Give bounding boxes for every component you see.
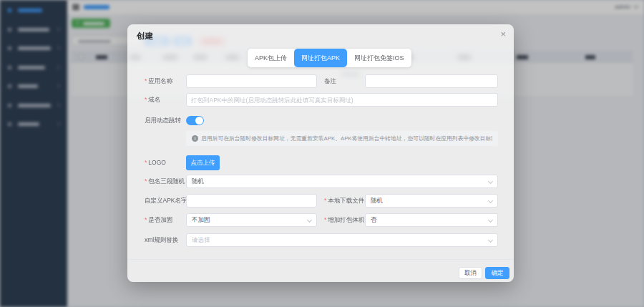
user-menu[interactable]: admin	[615, 4, 637, 10]
chevron-down-icon	[488, 238, 493, 243]
blurred-placeholder	[78, 40, 111, 43]
plus-icon: +	[76, 19, 79, 26]
sidebar-item[interactable]	[0, 118, 67, 130]
toggle-knob	[195, 117, 203, 125]
select-all-checkbox[interactable]	[79, 54, 84, 59]
sidebar-item[interactable]	[0, 80, 67, 92]
blurred-label	[18, 47, 51, 50]
user-menu-label: admin	[615, 4, 630, 10]
redirect-info-text: 启用后可在后台随时修改目标网址，无需重新安装APK、APK将使用后台中转地址，您…	[201, 135, 492, 142]
domain-input[interactable]	[186, 93, 498, 107]
sidebar-item[interactable]	[0, 42, 67, 54]
hardening-select[interactable]: 不加固	[186, 213, 317, 227]
package-type-tabs: APK包上传 网址打包APK 网址打包免签IOS	[248, 49, 411, 67]
custom-apk-name-label: 自定义APK名字	[145, 194, 187, 208]
menu-icon	[8, 84, 11, 88]
remark-input[interactable]	[365, 74, 498, 88]
create-button-background[interactable]: +	[72, 19, 110, 28]
menu-icon	[8, 104, 11, 107]
required-asterisk: *	[145, 96, 147, 103]
chevron-down-icon	[307, 218, 312, 223]
xml-rule-label: xml规则替换	[145, 233, 178, 247]
top-navbar: admin	[67, 0, 644, 14]
logo-label: *LOGO	[145, 156, 166, 170]
confirm-button[interactable]: 确定	[485, 267, 509, 279]
cancel-button[interactable]: 取消	[459, 267, 482, 279]
sidebar-item[interactable]	[0, 99, 67, 111]
app-name-input[interactable]	[186, 74, 317, 88]
chevron-right-icon	[56, 46, 60, 50]
chevron-down-icon	[488, 179, 493, 184]
blurred-label	[18, 66, 45, 69]
close-icon[interactable]: ×	[500, 29, 506, 39]
menu-icon	[8, 9, 11, 12]
required-asterisk: *	[145, 77, 147, 84]
footer-divider	[127, 259, 514, 260]
blurred-column-header	[517, 55, 528, 59]
menu-icon	[8, 66, 11, 69]
blurred-label	[18, 28, 49, 31]
custom-apk-name-input[interactable]	[186, 194, 317, 208]
tab-apk-upload[interactable]: APK包上传	[248, 49, 294, 67]
package-random-label: *包名三段随机	[145, 175, 185, 188]
blurred-column-header	[585, 55, 595, 59]
package-random-select[interactable]: 随机	[186, 175, 498, 188]
menu-icon	[8, 28, 11, 31]
breadcrumb-blurred	[84, 5, 109, 9]
dialog-title: 创建	[137, 31, 153, 42]
info-circle-icon: i	[192, 135, 198, 142]
tab-url-package-ios[interactable]: 网址打包免签IOS	[347, 49, 411, 67]
required-asterisk: *	[145, 216, 147, 223]
increase-size-select[interactable]: 否	[365, 213, 498, 227]
blurred-label	[18, 9, 42, 12]
increase-size-label: *增加打包体积	[324, 213, 364, 227]
required-asterisk: *	[324, 216, 326, 223]
sidebar-item[interactable]	[0, 24, 67, 35]
local-filename-select[interactable]: 随机	[365, 194, 498, 208]
chevron-down-icon	[633, 4, 638, 9]
hardening-label: *是否加固	[145, 213, 172, 227]
sidebar	[0, 0, 67, 307]
sidebar-item-active[interactable]	[0, 4, 67, 16]
chevron-right-icon	[56, 103, 60, 107]
blurred-label	[83, 22, 104, 25]
chevron-down-icon	[488, 198, 493, 203]
blurred-label	[18, 104, 51, 107]
required-asterisk: *	[145, 159, 147, 166]
required-asterisk: *	[145, 177, 147, 185]
logo-upload-button[interactable]: 点击上传	[186, 155, 220, 170]
menu-icon	[8, 47, 11, 50]
menu-icon	[8, 122, 11, 126]
hamburger-menu-icon[interactable]	[72, 4, 79, 10]
local-filename-label: *本地下载文件名	[324, 194, 371, 208]
chevron-right-icon	[56, 27, 60, 31]
chevron-right-icon	[56, 65, 60, 69]
blurred-label	[18, 84, 38, 88]
required-asterisk: *	[324, 197, 326, 204]
app-name-label: *应用名称	[145, 74, 172, 88]
blurred-column-header	[96, 55, 107, 59]
dynamic-redirect-toggle[interactable]	[186, 116, 204, 125]
redirect-info-tip: i 启用后可在后台随时修改目标网址，无需重新安装APK、APK将使用后台中转地址…	[186, 131, 498, 146]
blurred-label	[18, 122, 39, 126]
sidebar-item[interactable]	[0, 62, 67, 73]
tab-url-package-apk[interactable]: 网址打包APK	[294, 49, 347, 67]
chevron-down-icon	[488, 218, 493, 223]
xml-rule-select[interactable]: 请选择	[186, 233, 498, 247]
domain-label: *域名	[145, 93, 160, 107]
chevron-right-icon	[56, 122, 60, 126]
create-dialog: 创建 × APK包上传 网址打包APK 网址打包免签IOS *应用名称 备注 *…	[127, 24, 514, 282]
remark-label: 备注	[324, 74, 336, 88]
chevron-right-icon	[56, 84, 60, 88]
dynamic-redirect-label: 启用动态跳转	[145, 114, 181, 127]
